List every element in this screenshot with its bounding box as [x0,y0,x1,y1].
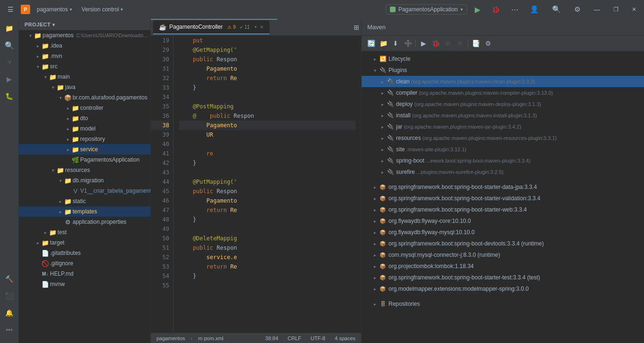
settings-button[interactable]: ⚙ [570,3,584,16]
plugins-icon: 🔌 [379,67,387,74]
line-num: 41 [151,149,169,158]
maven-label: com.mysql:mysql-connector-j:8.3.0 (runti… [388,252,500,258]
vcs-button[interactable]: Version control ▾ [79,4,126,15]
maven-collapse-button[interactable]: 📑 [470,38,481,49]
panel-settings-button[interactable]: ⊞ [354,24,359,31]
run-config-selector[interactable]: PagamentosApplication ▾ [386,4,467,15]
maven-run-button[interactable]: ▶ [418,38,429,49]
maximize-button[interactable]: ❐ [610,4,622,15]
tree-item-service[interactable]: ▸ 📁 service [19,144,150,155]
maven-add-button[interactable]: ➕ [402,38,413,49]
vcs-sidebar-button[interactable]: ⑂ [2,55,17,70]
tree-label: HELP.md [50,270,74,277]
folder-icon: 📁 [57,167,64,174]
maven-cancel-button[interactable]: ✕ [454,38,466,49]
maven-dep-validation[interactable]: ▸ 📦 org.springframework.boot:spring-boot… [362,193,644,204]
tree-item-gitattributes[interactable]: 📄 .gitattributes [19,248,150,258]
notifications-button[interactable]: 🔔 [2,305,17,320]
tree-item-mvnw[interactable]: 📄 mvnw [19,279,150,289]
tree-item-src[interactable]: ▾ 📁 src [19,61,150,72]
maven-plugin-install[interactable]: ▸ 🔌 install (org.apache.maven.plugins:ma… [362,110,644,121]
tree-item-application[interactable]: 🌿 PagamentosApplication [19,155,150,165]
maven-plugin-spring-boot[interactable]: ▸ 🔌 spring-boot ...ework.boot:spring-boo… [362,155,644,166]
maven-arrow: ▸ [379,102,386,107]
maven-dep-devtools[interactable]: ▸ 📦 org.springframework.boot:spring-boot… [362,238,644,249]
tree-item-resources[interactable]: ▾ 📁 resources [19,165,150,175]
maven-dep-modelmapper[interactable]: ▸ 📦 org.modelmapper.extensions:modelmapp… [362,283,644,294]
maven-dep-mysql[interactable]: ▸ 📦 com.mysql:mysql-connector-j:8.3.0 (r… [362,249,644,261]
tree-item-sql[interactable]: V V1__criar_tabela_pagamentos.sql [19,186,150,196]
tree-item-properties[interactable]: ⚙ application.properties [19,217,150,227]
maven-download-button[interactable]: ⬇ [390,38,401,49]
maven-plugin-site[interactable]: ▸ 🔌 site :maven-site-plugin:3.12.1) [362,144,644,155]
tree-item-dto[interactable]: ▸ 📁 dto [19,113,150,123]
terminal-button[interactable]: ⬛ [2,288,17,303]
maven-dep-jpa[interactable]: ▸ 📦 org.springframework.boot:spring-boot… [362,181,644,193]
tree-item-java[interactable]: ▾ 📁 java [19,82,150,92]
tree-item-templates[interactable]: ▸ 📁 templates [19,206,150,217]
status-position[interactable]: 38:84 [264,335,281,341]
plugin-icon: 🔌 [386,90,395,96]
status-project[interactable]: pagamentos [155,335,187,341]
maven-refresh-button[interactable]: 🔄 [365,38,377,49]
maven-plugin-compiler[interactable]: ▸ 🔌 compiler (org.apache.maven.plugins:m… [362,87,644,98]
editor-tab-pagamento-controller[interactable]: ☕ PagamentoController ⚠ 9 ✓ 11 ▾ ✕ [153,20,270,34]
run-button[interactable]: ▶ [471,3,484,16]
status-encoding[interactable]: UTF-8 [309,335,327,341]
tab-close-button[interactable]: ✕ [260,24,264,30]
tree-item-package[interactable]: ▾ 📦 br.com.alurafood.pagamentos [19,92,150,103]
maven-plugins-item[interactable]: ▾ 🔌 Plugins [362,65,644,76]
maven-repositories-item[interactable]: ▸ 🗄 Repositories [362,298,644,310]
close-button[interactable]: ✕ [628,4,640,15]
maven-settings-button[interactable]: ⚙ [482,38,494,49]
maven-plugin-clean[interactable]: ▸ 🔌 clean (org.apache.maven.plugins:mave… [362,76,644,87]
tree-item-model[interactable]: ▸ 📁 model [19,123,150,134]
code-editor[interactable]: put @GetMapping(" public Respon Pagament… [173,36,361,343]
project-view-button[interactable]: 📁 [2,21,17,36]
project-name-button[interactable]: pagamentos ▾ [34,4,75,15]
maven-lifecycle-item[interactable]: ▸ 🔁 Lifecycle [362,53,644,65]
tree-item-root[interactable]: ▾ 📁 pagamentos C:\Users\USUARIO\Download… [19,30,150,41]
line-num: 48 [151,215,169,224]
status-branch[interactable]: m pom.xml [196,335,225,341]
search-button[interactable]: 🔍 [548,3,565,16]
status-line-ending[interactable]: CRLF [286,335,303,341]
maven-dep-flyway-core[interactable]: ▸ 📦 org.flywaydb:flyway-core:10.10.0 [362,215,644,227]
find-button[interactable]: 🔍 [2,38,17,53]
maven-debug-button[interactable]: 🐞 [430,38,441,49]
tree-item-repository[interactable]: ▸ 📁 repository [19,134,150,144]
tree-item-idea[interactable]: ▸ 📁 .idea [19,41,150,51]
debug-button[interactable]: 🐞 [488,4,504,15]
more-sidebar-button[interactable]: ••• [2,322,17,337]
user-button[interactable]: 👤 [526,3,543,16]
tree-item-help-md[interactable]: M↓ HELP.md [19,269,150,279]
toolbar-divider [468,40,468,47]
minimize-button[interactable]: — [590,4,604,15]
maven-plugin-resources[interactable]: ▸ 🔌 resources (org.apache.maven.plugins:… [362,132,644,144]
maven-plugin-deploy[interactable]: ▸ 🔌 deploy (org.apache.maven.plugins:mav… [362,98,644,110]
maven-label: org.flywaydb:flyway-mysql:10.10.0 [388,229,475,236]
maven-dep-flyway-mysql[interactable]: ▸ 📦 org.flywaydb:flyway-mysql:10.10.0 [362,227,644,238]
maven-plugin-surefire[interactable]: ▸ 🔌 surefire ...plugins:maven-surefire-p… [362,166,644,178]
tree-item-db-migration[interactable]: ▾ 📁 db.migration [19,175,150,186]
maven-plugin-jar[interactable]: ▸ 🔌 jar (org.apache.maven.plugins:maven-… [362,121,644,132]
build-sidebar-button[interactable]: 🔨 [2,271,17,286]
tree-item-mvn[interactable]: ▸ 📁 .mvn [19,51,150,61]
maven-dep-web[interactable]: ▸ 📦 org.springframework.boot:spring-boot… [362,204,644,215]
tree-item-static[interactable]: ▸ 📁 static [19,196,150,206]
maven-add-folder-button[interactable]: 📁 [378,38,389,49]
maven-dep-lombok[interactable]: ▸ 📦 org.projectlombok:lombok:1.18.34 [362,261,644,272]
maven-dep-test[interactable]: ▸ 📦 org.springframework.boot:spring-boot… [362,272,644,283]
tree-arrow: ▾ [34,64,41,69]
more-options-button[interactable]: ⋯ [507,3,522,16]
tree-item-target[interactable]: ▸ 📁 target [19,237,150,248]
debug-sidebar-button[interactable]: 🐛 [2,89,17,104]
tree-item-gitignore[interactable]: 🚫 .gitignore [19,258,150,269]
tree-item-main[interactable]: ▾ 📁 main [19,72,150,82]
hamburger-menu-button[interactable]: ☰ [4,3,17,16]
run-sidebar-button[interactable]: ▶ [2,72,17,87]
tree-item-controller[interactable]: ▸ 📁 controller [19,103,150,113]
maven-skip-tests-button[interactable]: ⊘ [442,38,454,49]
tree-item-test[interactable]: ▸ 📁 test [19,227,150,237]
status-indent[interactable]: 4 spaces [333,335,357,341]
